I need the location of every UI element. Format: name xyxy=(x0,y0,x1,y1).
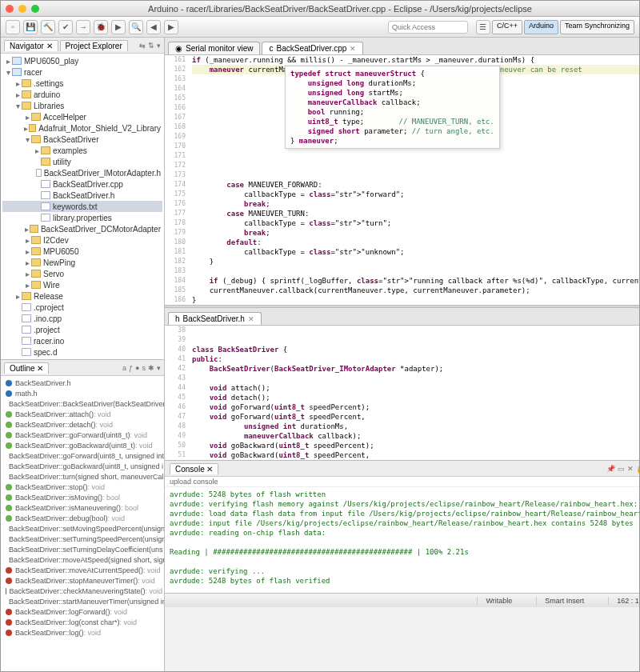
tree-item[interactable]: ▾racer xyxy=(2,66,162,78)
project-explorer-tab[interactable]: Project Explorer xyxy=(60,40,128,51)
console-tab[interactable]: Console ✕ xyxy=(170,463,218,474)
verify-button[interactable]: ✔ xyxy=(58,20,73,34)
outline-item[interactable]: BackSeatDriver::stopManeuverTimer() : vo… xyxy=(2,575,162,586)
outline-item[interactable]: BackSeatDriver::isMoving() : bool xyxy=(2,492,162,502)
save-button[interactable]: 💾 xyxy=(23,20,38,34)
outline-list[interactable]: BackSeatDriver.hmath.hBackSeatDriver::Ba… xyxy=(1,376,164,671)
back-button[interactable]: ◀ xyxy=(146,20,161,34)
outline-item[interactable]: BackSeatDriver::stop() : void xyxy=(2,482,162,492)
outline-item[interactable]: BackSeatDriver::checkManeuveringState() … xyxy=(2,586,162,596)
tree-item[interactable]: BackSeatDriver.h xyxy=(2,190,162,201)
outline-item[interactable]: BackSeatDriver::logForward() : void xyxy=(2,606,162,617)
console-subtitle: upload console xyxy=(165,477,639,487)
outline-item[interactable]: BackSeatDriver::detach() : void xyxy=(2,419,162,430)
outline-item[interactable]: BackSeatDriver::debug(bool) : void xyxy=(2,513,162,523)
view-menu-icon[interactable]: ▾ xyxy=(157,42,161,50)
build-button[interactable]: 🔨 xyxy=(41,20,55,34)
perspective-arduino[interactable]: Arduino xyxy=(524,20,558,34)
tree-item[interactable]: ▸I2Cdev xyxy=(2,234,162,246)
tree-item[interactable]: BackSeatDriver_IMotorAdapter.h xyxy=(2,167,162,178)
display-selected-icon[interactable]: ▭ xyxy=(618,465,625,473)
tree-item[interactable]: ▾Libraries xyxy=(2,100,162,111)
c-file-icon: c xyxy=(269,44,273,53)
outline-item[interactable]: BackSeatDriver::goForward(uint8_t) : voi… xyxy=(2,430,162,440)
tree-item[interactable]: .ino.cpp xyxy=(2,313,162,324)
outline-item[interactable]: BackSeatDriver::setTurningDelayCoefficie… xyxy=(2,544,162,554)
tree-item[interactable]: ▸MPU6050 xyxy=(2,246,162,257)
tab-serial-monitor[interactable]: ◉Serial monitor view xyxy=(168,42,260,54)
console-output[interactable]: avrdude: 5248 bytes of flash writtenavrd… xyxy=(165,487,639,593)
tree-item[interactable]: racer.ino xyxy=(2,335,162,346)
new-button[interactable]: ▫ xyxy=(6,20,20,34)
collapse-all-icon[interactable]: ⇆ xyxy=(139,42,146,50)
outline-item[interactable]: BackSeatDriver::setTurningSpeedPercent(u… xyxy=(2,534,162,544)
outline-tab[interactable]: Outline ✕ xyxy=(4,362,49,374)
pin-console-icon[interactable]: 📌 xyxy=(606,465,615,473)
tree-item[interactable]: ▸examples xyxy=(2,145,162,156)
tree-item[interactable]: library.properties xyxy=(2,212,162,223)
tree-item[interactable]: ▸Release xyxy=(2,290,162,302)
tree-item[interactable]: .project xyxy=(2,324,162,335)
run-button[interactable]: ▶ xyxy=(111,20,126,34)
tree-item[interactable]: ▸Adafruit_Motor_Shield_V2_Library xyxy=(2,122,162,134)
search-button[interactable]: 🔍 xyxy=(129,20,143,34)
outline-item[interactable]: BackSeatDriver::startManeuverTimer(unsig… xyxy=(2,596,162,606)
window-minimize-icon[interactable] xyxy=(18,5,26,13)
monitor-icon: ◉ xyxy=(175,44,182,53)
window-close-icon[interactable] xyxy=(6,5,14,13)
outline-item[interactable]: BackSeatDriver::log() : void xyxy=(2,627,162,638)
close-icon[interactable]: ✕ xyxy=(248,315,254,323)
tree-item[interactable]: ▸Wire xyxy=(2,279,162,290)
clear-console-icon[interactable]: ✕ xyxy=(627,465,634,473)
perspective-team[interactable]: Team Synchronizing xyxy=(560,20,634,34)
hide-fields-icon[interactable]: ● xyxy=(135,364,139,372)
navigator-tab[interactable]: Navigator ✕ xyxy=(4,40,58,51)
outline-item[interactable]: BackSeatDriver::goForward(uint8_t, unsig… xyxy=(2,450,162,461)
tree-item[interactable]: ▸BackSeatDriver_DCMotorAdapter xyxy=(2,223,162,234)
view-menu-icon[interactable]: ▾ xyxy=(157,364,161,372)
filter-icon[interactable]: ƒ xyxy=(129,364,133,372)
outline-item[interactable]: BackSeatDriver::moveAtSpeed(signed short… xyxy=(2,554,162,565)
outline-item[interactable]: BackSeatDriver::setMovingSpeedPercent(un… xyxy=(2,523,162,534)
tree-item[interactable]: spec.d xyxy=(2,346,162,358)
tree-item[interactable]: BackSeatDriver.cpp xyxy=(2,178,162,190)
sort-icon[interactable]: a xyxy=(122,364,126,372)
editor-header[interactable]: 3839404142434445464748495051525354555657… xyxy=(165,326,639,460)
outline-item[interactable]: BackSeatDriver::goBackward(uint8_t) : vo… xyxy=(2,440,162,450)
editor-cpp[interactable]: 1611621631641651661671681691701711721731… xyxy=(165,55,639,305)
tree-item[interactable]: ▸AccelHelper xyxy=(2,111,162,122)
outline-item[interactable]: BackSeatDriver::isManeuvering() : bool xyxy=(2,502,162,513)
outline-item[interactable]: BackSeatDriver.h xyxy=(2,378,162,388)
link-editor-icon[interactable]: ⇅ xyxy=(148,42,154,50)
hide-static-icon[interactable]: s xyxy=(142,364,146,372)
perspective-cpp[interactable]: C/C++ xyxy=(492,20,522,34)
navigator-tree[interactable]: ▸MPU6050_play▾racer▸.settings▸arduino▾Li… xyxy=(1,54,164,359)
window-zoom-icon[interactable] xyxy=(31,5,39,13)
outline-item[interactable]: BackSeatDriver::moveAtCurrentSpeed() : v… xyxy=(2,565,162,575)
outline-item[interactable]: math.h xyxy=(2,388,162,398)
upload-button[interactable]: → xyxy=(76,20,90,34)
tree-item[interactable]: ▸Servo xyxy=(2,268,162,279)
tree-item[interactable]: .cproject xyxy=(2,302,162,313)
tree-item[interactable]: ▾BackSeatDriver xyxy=(2,134,162,145)
outline-item[interactable]: BackSeatDriver::attach() : void xyxy=(2,409,162,419)
outline-item[interactable]: BackSeatDriver::goBackward(uint8_t, unsi… xyxy=(2,461,162,471)
forward-button[interactable]: ▶ xyxy=(164,20,178,34)
close-icon[interactable]: ✕ xyxy=(350,45,356,53)
debug-button[interactable]: 🐞 xyxy=(94,20,108,34)
tree-item[interactable]: utility xyxy=(2,156,162,167)
tab-backseatdriver-h[interactable]: hBackSeatDriver.h✕ xyxy=(168,312,262,325)
outline-item[interactable]: BackSeatDriver::turn(signed short, maneu… xyxy=(2,471,162,482)
quick-access-input[interactable] xyxy=(388,21,468,34)
tree-item[interactable]: ▸NewPing xyxy=(2,257,162,268)
hide-nonpublic-icon[interactable]: ✱ xyxy=(148,364,154,372)
tree-item[interactable]: ▸arduino xyxy=(2,89,162,100)
open-perspective-button[interactable]: ☰ xyxy=(476,20,490,34)
tree-item[interactable]: keywords.txt xyxy=(2,201,162,212)
tree-item[interactable]: ▸MPU6050_play xyxy=(2,55,162,66)
outline-item[interactable]: BackSeatDriver::BackSeatDriver(BackSeatD… xyxy=(2,398,162,409)
tab-backseatdriver-cpp[interactable]: cBackSeatDriver.cpp✕ xyxy=(262,42,363,54)
outline-item[interactable]: BackSeatDriver::log(const char*) : void xyxy=(2,617,162,627)
scroll-lock-icon[interactable]: 🔒 xyxy=(636,465,639,473)
tree-item[interactable]: ▸.settings xyxy=(2,78,162,89)
